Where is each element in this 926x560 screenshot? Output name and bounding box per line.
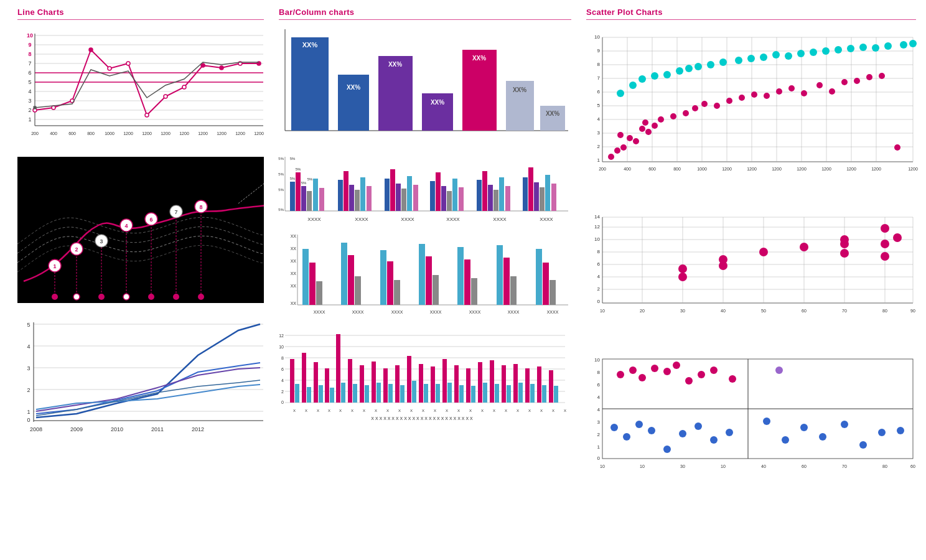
- x-label-1000: 1000: [105, 131, 115, 136]
- sp3-blue-6: [679, 430, 686, 437]
- bc4-x5: X: [339, 409, 342, 413]
- sp2-x5: 60: [802, 309, 807, 313]
- sp3-pink-4: [651, 365, 658, 372]
- scatter-chart-3: 10 8 6 4 4 3 2 1 0 10 10 30 10 40 60 70 …: [586, 353, 916, 477]
- circle-num-2: 2: [75, 246, 78, 253]
- bc4-y12: 12: [279, 334, 284, 338]
- bc4-bar25: [431, 366, 435, 403]
- bc3-x2: XXXX: [352, 310, 364, 314]
- line-chart-1: 10 9 8 7 6 5 4 3 2 1: [17, 26, 264, 151]
- bc4-bar22: [412, 381, 416, 403]
- bar-2-label: XX%: [347, 84, 360, 91]
- bc2-g5-b2: [482, 171, 487, 211]
- sp2-dot-5: [759, 248, 768, 256]
- sp1-cyan-18: [822, 47, 830, 55]
- bc2-g3-b4: [401, 189, 406, 211]
- x3-2010: 2010: [111, 426, 123, 432]
- sp2-y8: 8: [597, 249, 601, 254]
- bc2-g5-b6: [505, 186, 510, 211]
- sp3-blue-r5: [841, 421, 848, 428]
- bc4-bar39: [513, 364, 518, 403]
- lc3-blue3-line: [36, 380, 260, 416]
- bc4-x2: X: [305, 409, 307, 413]
- sp1-x10: 1200: [846, 167, 856, 171]
- sp1-pink-27: [854, 78, 860, 84]
- x3-2009: 2009: [70, 426, 83, 432]
- sp1-x1: 400: [624, 167, 631, 171]
- scatter-charts-section: Scatter Plot Charts 10 9 8 7 6 5 4 3 2 1: [579, 7, 924, 553]
- bc4-y8: 8: [281, 356, 284, 360]
- sp1-cyan-16: [797, 50, 805, 57]
- bc2-grp1: XXXX: [307, 217, 321, 222]
- bc2-g2-b1: [338, 180, 343, 211]
- bar-3-label: XX%: [388, 61, 402, 68]
- sp1-pink-13: [683, 110, 689, 116]
- bc4-x17: X: [481, 409, 484, 413]
- bar-charts-section: Bar/Column charts XX% XX% XX% XX%: [271, 7, 579, 553]
- y-label-5: 5: [28, 79, 31, 85]
- sp3-blue-r7: [878, 429, 886, 436]
- bc3-g7-b1: [536, 249, 542, 305]
- line-charts-title: Line Charts: [17, 7, 264, 17]
- circle-num-6: 7: [174, 209, 177, 215]
- bc3-y1: XX: [291, 284, 297, 288]
- bc2-g4-b3: [441, 186, 446, 211]
- bc2-g1-pct4: 5%: [290, 157, 296, 161]
- bar-charts-divider: [279, 19, 571, 20]
- bc4-bar32: [471, 386, 475, 403]
- sp3-pink-1: [617, 371, 624, 378]
- bc4-bar7: [325, 368, 329, 403]
- sp1-pink-outlier: [894, 144, 900, 151]
- x-label-1200b: 1200: [142, 131, 152, 136]
- bc2-g4-b1: [430, 181, 435, 211]
- y-label-7: 7: [28, 60, 31, 67]
- bar-6-label: XX%: [513, 86, 526, 93]
- sp2-dot-11: [881, 224, 889, 233]
- bc4-bar33: [478, 362, 482, 403]
- line-chart-2-svg: 1 2 3 4 6: [17, 157, 264, 303]
- sp3-x10b: 10: [640, 464, 645, 469]
- bc3-g6-b3: [510, 276, 517, 305]
- sp2-x6: 70: [842, 309, 847, 313]
- bc3-g2-b1: [341, 243, 347, 305]
- sp1-cyan-11: [735, 57, 742, 64]
- sp3-x30: 30: [680, 464, 685, 469]
- bc4-bar41: [525, 368, 530, 403]
- bc3-g4-b3: [433, 275, 439, 305]
- bc2-g4-b4: [447, 191, 452, 211]
- bc4-bar27: [442, 359, 447, 403]
- bc4-bar45: [549, 370, 553, 403]
- x-label-1200f: 1200: [217, 131, 227, 136]
- sp3-blue-r6: [859, 441, 867, 449]
- bc4-bar24: [424, 384, 428, 403]
- scatter-1-svg: 10 9 8 7 6 5 4 3 2 1: [586, 26, 916, 203]
- bc4-x13: X: [434, 409, 436, 413]
- sp1-pink-16: [714, 103, 720, 109]
- x-label-200: 200: [31, 131, 39, 136]
- bc3-g6-b2: [503, 258, 510, 305]
- sp2-y12: 12: [594, 224, 600, 230]
- x-label-1200g: 1200: [235, 131, 245, 136]
- sp1-cyan-10: [719, 58, 727, 66]
- sp1-pink-3: [620, 144, 627, 151]
- sp1-cyan-23: [884, 42, 892, 50]
- bc2-y-low: 5%: [278, 188, 284, 192]
- sp1-cyan-12: [747, 55, 755, 62]
- sp1-pink-15: [701, 101, 708, 107]
- sp1-pink-25: [829, 88, 835, 95]
- sp3-pink-5: [663, 368, 671, 375]
- sp3-blue-r8: [897, 427, 904, 434]
- y-label-10: 10: [27, 32, 33, 39]
- dot-5: [108, 67, 111, 70]
- bc4-x19: X: [505, 409, 507, 413]
- y3-label-5: 5: [27, 322, 30, 328]
- sp3-pink-6: [673, 362, 680, 369]
- y-label-1: 1: [28, 116, 31, 123]
- sp3-blue-8: [710, 436, 718, 444]
- sp3-blue-4: [648, 427, 655, 434]
- bc3-g1-b2: [309, 263, 316, 305]
- bc2-g1-pct5: 5%: [290, 177, 296, 180]
- bc4-bar14: [365, 385, 369, 403]
- bar-chart-2-svg: XXXX XXXX XXXX XXXX XXXX XXXX 5% 5% 5% 5…: [279, 154, 571, 225]
- sp1-cyan-9: [707, 61, 714, 68]
